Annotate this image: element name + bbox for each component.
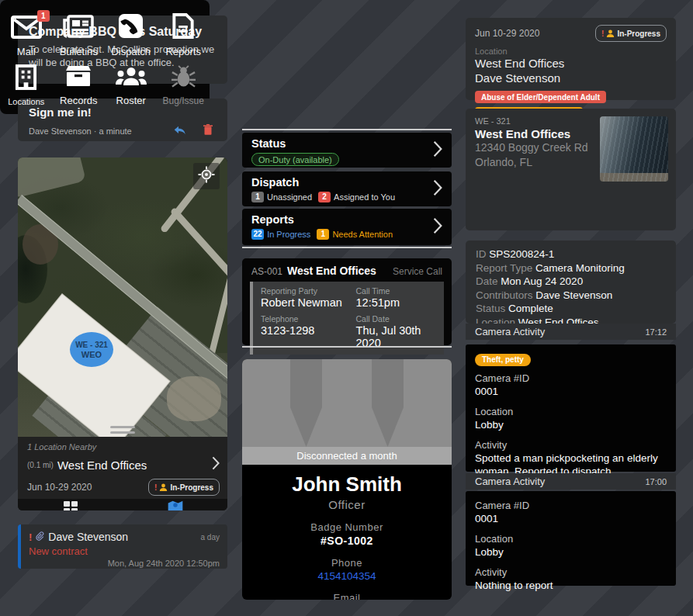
crosshair-icon [198,166,215,186]
phone-link[interactable]: 4154104354 [242,570,452,582]
call-type: Service Call [393,266,442,277]
building-icon [15,64,37,93]
person-icon [606,26,615,40]
nav-roster[interactable]: Roster [105,59,158,109]
marker-code: WE - 321 [75,341,108,350]
nearby-event-row[interactable]: Jun 10-29 2020 ! In-Progress [18,477,227,499]
alert-exclamation: ! [154,483,157,492]
report-type: Camera Monitoring [535,262,625,274]
connection-status-banner: Disconnected a month [242,447,452,465]
tab-dashboard[interactable]: DASHBOARD [18,500,123,511]
chevron-right-icon [433,140,442,161]
chevron-right-icon [433,179,442,199]
reply-button[interactable] [172,125,189,137]
call-location: West End Offices [287,265,393,277]
dispatch-row[interactable]: Dispatch 1 Unassigned 2 Assigned to You [242,171,452,206]
officer-role: Officer [242,498,452,511]
mail-count-badge: 1 [37,10,50,22]
officer-name: John Smith [242,472,452,497]
avatar [242,359,452,447]
in-progress-badge: ! In-Progress [595,25,667,42]
map-card: WE - 321 WEO 1 Location Nearby (0.1 mi) … [18,157,227,510]
document-icon [172,13,194,42]
location-marker[interactable]: WE - 321 WEO [70,332,113,367]
camera-id: 0001 [475,385,667,398]
chevron-right-icon [212,456,220,473]
notification-message: New contract [29,545,220,557]
camera-id: 0001 [475,512,667,525]
alert-exclamation: ! [29,531,32,543]
map-clearing [18,157,86,199]
offense-tag: Abuse of Elder/Dependent Adult [475,91,606,103]
site-photo [600,116,668,182]
activity-time: 17:00 [645,477,667,486]
map-terrain [167,376,221,421]
archive-box-icon [64,64,92,91]
report-id: SPS200824-1 [489,248,554,260]
notification-age: a day [201,533,220,542]
dashboard-grid-icon [63,500,78,511]
event-person: Dave Stevenson [475,71,667,85]
notification-sender: Dave Stevenson [48,531,200,543]
signin-meta: Dave Stevenson · a minute [29,126,172,136]
alert-exclamation: ! [601,29,604,38]
status-row[interactable]: Status On-Duty (available) [242,133,452,168]
map-creek [170,207,227,278]
nearby-distance: (0.1 mi) [27,461,54,469]
event-card[interactable]: Jun 10-29 2020 ! In-Progress Location We… [466,18,676,100]
nav-mail[interactable]: 1 Mail [0,9,53,59]
nav-records[interactable]: Records [53,59,106,109]
nav-reports[interactable]: Reports [158,9,210,59]
camera-activity-entry[interactable]: Theft, petty Camera #ID 0001 Location Lo… [466,344,676,472]
offense-tag: Theft, petty [475,354,531,366]
trash-icon [203,124,213,138]
camera-activity-text: Nothing to report [475,579,667,592]
satellite-map[interactable]: WE - 321 WEO [18,157,227,437]
camera-location: Lobby [475,545,667,559]
delete-button[interactable] [199,125,217,137]
nav-bulletins[interactable]: Bulletins [53,9,106,59]
nav-locations[interactable]: Locations [0,59,53,109]
reply-icon [174,124,186,138]
camera-activity-entry[interactable]: Camera #ID 0001 Location Lobby Activity … [466,491,676,586]
nearby-panel: 1 Location Nearby (0.1 mi) West End Offi… [18,437,227,510]
nearby-location-row[interactable]: (0.1 mi) West End Offices [18,454,227,477]
service-call-card[interactable]: AS-001 West End Offices Service Call Rep… [242,258,452,345]
paperclip-icon [35,530,44,544]
tab-map[interactable]: MAP [123,500,227,510]
event-location: West End Offices [475,56,667,71]
divider [242,129,452,130]
report-contributors: Dave Stevenson [535,289,612,301]
notification-card[interactable]: ! Dave Stevenson a day New contract Mon,… [18,524,227,569]
in-progress-count-badge: 22 [251,229,264,240]
divider [242,247,452,248]
site-card: WE - 321 West End Offices 12340 Boggy Cr… [466,109,676,230]
map-icon [167,500,184,510]
notification-timestamp: Mon, Aug 24th 2020 12:50pm [29,559,220,568]
report-date: Mon Aug 24 2020 [501,275,583,287]
nearby-name: West End Offices [57,459,212,472]
drag-handle[interactable] [110,426,135,437]
phone-icon [118,13,144,42]
nav-bug-issue[interactable]: Bug/Issue [158,59,210,109]
activity-time: 17:12 [645,327,667,337]
chevron-right-icon [433,217,442,237]
unassigned-count-badge: 1 [251,192,264,202]
duty-status-badge: On-Duty (available) [251,153,339,166]
call-id: AS-001 [251,266,282,277]
logo-watermark [242,359,452,447]
report-status: Complete [508,303,553,314]
locate-button[interactable] [193,163,220,189]
nav-dispatch[interactable]: Dispatch [105,9,158,59]
bug-icon [171,65,196,92]
in-progress-badge: ! In-Progress [148,479,220,496]
people-icon [116,66,147,91]
report-summary-card[interactable]: ID SPS200824-1 Report Type Camera Monito… [466,241,676,324]
assigned-count-badge: 2 [318,192,331,202]
camera-activity-header: Camera Activity 17:12 [466,324,676,340]
nearby-count-label: 1 Location Nearby [27,442,218,452]
attention-count-badge: 1 [317,229,329,240]
app-nav-grid: 1 Mail Bulletins Dispatch Reports Locati… [0,0,210,114]
badge-number: #SO-1002 [242,535,452,547]
reports-row[interactable]: Reports 22 In Progress 1 Needs Attention [242,209,452,245]
